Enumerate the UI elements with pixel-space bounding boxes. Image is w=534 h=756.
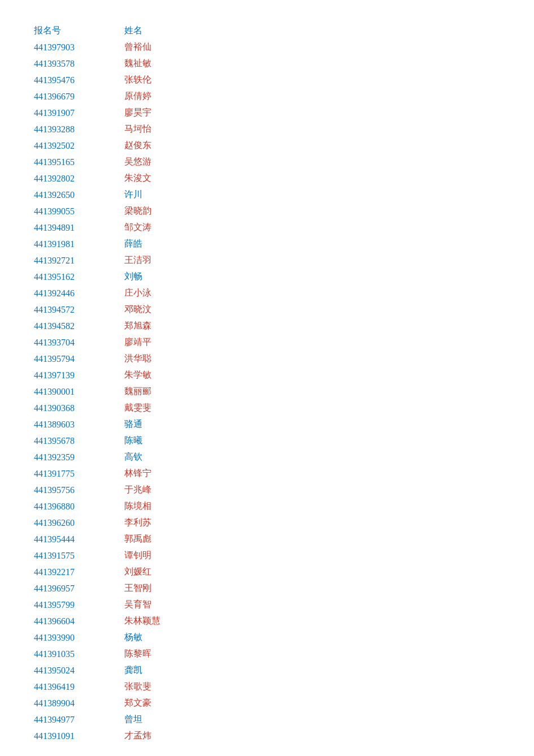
cell-name: 原倩婷 (124, 90, 192, 102)
cell-id: 441389603 (34, 420, 124, 430)
cell-name: 马坷怡 (124, 123, 192, 135)
cell-id: 441389904 (34, 698, 124, 709)
cell-id: 441391091 (34, 731, 124, 741)
header-id: 报名号 (34, 25, 124, 37)
cell-id: 441399055 (34, 206, 124, 217)
cell-id: 441392802 (34, 174, 124, 184)
cell-id: 441392650 (34, 190, 124, 200)
cell-id: 441393990 (34, 633, 124, 643)
cell-name: 李利苏 (124, 517, 192, 529)
cell-name: 张轶伦 (124, 74, 192, 86)
table-row: 441389904郑文豪 (34, 695, 500, 711)
cell-id: 441396604 (34, 616, 124, 627)
cell-id: 441397139 (34, 370, 124, 381)
cell-name: 庄小泳 (124, 287, 192, 299)
cell-name: 王智刚 (124, 582, 192, 594)
cell-name: 朱浚文 (124, 172, 192, 184)
cell-name: 曾裕仙 (124, 41, 192, 53)
cell-id: 441396679 (34, 92, 124, 102)
table-row: 441395444郭禹彪 (34, 531, 500, 547)
table-row: 441396419张歌斐 (34, 679, 500, 695)
cell-name: 龚凯 (124, 664, 192, 676)
cell-id: 441392217 (34, 567, 124, 577)
cell-name: 杨敏 (124, 632, 192, 643)
cell-id: 441391775 (34, 469, 124, 479)
table-row: 441394977曾坦 (34, 711, 500, 728)
table-row: 441396880陈境相 (34, 498, 500, 515)
table-row: 441391575谭钊明 (34, 547, 500, 564)
table-row: 441399055梁晓韵 (34, 203, 500, 219)
cell-name: 陈境相 (124, 500, 192, 512)
table-row: 441396679原倩婷 (34, 88, 500, 105)
cell-id: 441394572 (34, 305, 124, 315)
cell-name: 魏祉敏 (124, 58, 192, 70)
cell-id: 441393578 (34, 59, 124, 69)
cell-id: 441395476 (34, 75, 124, 85)
table-row: 441395024龚凯 (34, 662, 500, 679)
table-row: 441395678陈曦 (34, 433, 500, 449)
cell-name: 戴雯斐 (124, 402, 192, 414)
table-row: 441392802朱浚文 (34, 170, 500, 187)
cell-id: 441391035 (34, 649, 124, 659)
cell-id: 441394977 (34, 715, 124, 725)
table-row: 441392502赵俊东 (34, 137, 500, 154)
main-table: 报名号 姓名 441397903曾裕仙441393578魏祉敏441395476… (34, 23, 500, 744)
cell-name: 邓晓汶 (124, 304, 192, 316)
table-row: 441391091才孟炜 (34, 728, 500, 744)
table-row: 441395476张轶伦 (34, 72, 500, 88)
table-row: 441393578魏祉敏 (34, 55, 500, 72)
cell-id: 441392502 (34, 141, 124, 151)
cell-name: 林锋宁 (124, 468, 192, 479)
cell-name: 郑旭森 (124, 320, 192, 332)
table-row: 441395794洪华聪 (34, 351, 500, 367)
cell-name: 曾坦 (124, 714, 192, 725)
table-row: 441391907廖昊宇 (34, 105, 500, 121)
cell-name: 陈曦 (124, 435, 192, 447)
cell-name: 王洁羽 (124, 254, 192, 266)
table-row: 441390368戴雯斐 (34, 400, 500, 416)
table-row: 441394572邓晓汶 (34, 301, 500, 318)
cell-id: 441396957 (34, 584, 124, 594)
table-row: 441395799吴育智 (34, 597, 500, 613)
cell-name: 郑文豪 (124, 697, 192, 709)
cell-name: 朱学敏 (124, 369, 192, 381)
table-row: 441392721王洁羽 (34, 252, 500, 269)
cell-id: 441390368 (34, 403, 124, 413)
cell-id: 441394891 (34, 223, 124, 233)
table-row: 441396957王智刚 (34, 580, 500, 597)
cell-name: 薛皓 (124, 238, 192, 250)
cell-name: 朱林颖慧 (124, 615, 192, 627)
table-row: 441394891邹文涛 (34, 219, 500, 236)
table-row: 441390001魏丽郦 (34, 383, 500, 400)
cell-name: 邹文涛 (124, 222, 192, 234)
table-row: 441392446庄小泳 (34, 285, 500, 301)
cell-id: 441395024 (34, 666, 124, 676)
cell-name: 才孟炜 (124, 730, 192, 742)
table-row: 441395165吴悠游 (34, 154, 500, 170)
table-row: 441396604朱林颖慧 (34, 613, 500, 629)
cell-id: 441395678 (34, 436, 124, 446)
table-row: 441391775林锋宁 (34, 465, 500, 482)
table-row: 441392217刘媛红 (34, 564, 500, 580)
cell-name: 廖昊宇 (124, 107, 192, 119)
cell-id: 441397903 (34, 42, 124, 53)
cell-id: 441395794 (34, 354, 124, 364)
cell-id: 441395756 (34, 485, 124, 495)
cell-id: 441395165 (34, 157, 124, 167)
cell-name: 廖靖平 (124, 336, 192, 348)
header-name: 姓名 (124, 25, 192, 37)
table-row: 441393704廖靖平 (34, 334, 500, 351)
cell-name: 赵俊东 (124, 140, 192, 152)
cell-name: 高钦 (124, 451, 192, 463)
cell-name: 吴悠游 (124, 156, 192, 168)
cell-name: 魏丽郦 (124, 386, 192, 398)
table-row: 441391035陈黎晖 (34, 646, 500, 662)
cell-name: 梁晓韵 (124, 205, 192, 217)
cell-id: 441390001 (34, 387, 124, 397)
cell-id: 441393704 (34, 338, 124, 348)
table-row: 441393288马坷怡 (34, 121, 500, 137)
table-row: 441392650许川 (34, 187, 500, 203)
cell-id: 441394582 (34, 321, 124, 331)
table-row: 441397139朱学敏 (34, 367, 500, 383)
table-row: 441394582郑旭森 (34, 318, 500, 334)
